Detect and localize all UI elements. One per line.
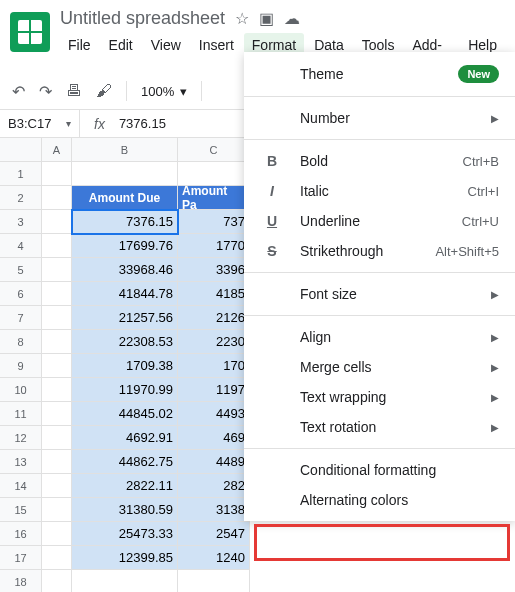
- cell[interactable]: 1770: [178, 234, 250, 258]
- row-header[interactable]: 7: [0, 306, 42, 330]
- cell[interactable]: 3138: [178, 498, 250, 522]
- redo-icon[interactable]: ↷: [39, 82, 52, 101]
- row-header[interactable]: 17: [0, 546, 42, 570]
- paint-format-icon[interactable]: 🖌: [96, 82, 112, 100]
- cell[interactable]: [42, 546, 72, 570]
- cell[interactable]: [42, 282, 72, 306]
- cell[interactable]: [42, 570, 72, 592]
- menu-fontsize[interactable]: .Font size▶: [244, 279, 515, 309]
- menu-align[interactable]: .Align▶: [244, 322, 515, 352]
- cell[interactable]: 21257.56: [72, 306, 178, 330]
- cell[interactable]: 737: [178, 210, 250, 234]
- cell[interactable]: 2822.11: [72, 474, 178, 498]
- cell[interactable]: 44862.75: [72, 450, 178, 474]
- zoom-selector[interactable]: 100% ▾: [141, 84, 187, 99]
- col-header[interactable]: B: [72, 138, 178, 162]
- cell[interactable]: [42, 162, 72, 186]
- cell[interactable]: 12399.85: [72, 546, 178, 570]
- cell[interactable]: 1240: [178, 546, 250, 570]
- menu-view[interactable]: View: [143, 33, 189, 73]
- cell[interactable]: [42, 210, 72, 234]
- menu-conditional-formatting[interactable]: .Conditional formatting: [244, 455, 515, 485]
- move-icon[interactable]: ▣: [259, 9, 274, 28]
- menu-strikethrough[interactable]: SStrikethroughAlt+Shift+5: [244, 236, 515, 266]
- row-header[interactable]: 12: [0, 426, 42, 450]
- cell[interactable]: 3396: [178, 258, 250, 282]
- row-header[interactable]: 4: [0, 234, 42, 258]
- cell[interactable]: [42, 354, 72, 378]
- cell[interactable]: 1197: [178, 378, 250, 402]
- cell[interactable]: 2126: [178, 306, 250, 330]
- cell[interactable]: 17699.76: [72, 234, 178, 258]
- undo-icon[interactable]: ↶: [12, 82, 25, 101]
- row-header[interactable]: 2: [0, 186, 42, 210]
- cell[interactable]: [42, 330, 72, 354]
- menu-underline[interactable]: UUnderlineCtrl+U: [244, 206, 515, 236]
- cell[interactable]: 4493: [178, 402, 250, 426]
- cell[interactable]: [42, 306, 72, 330]
- cell[interactable]: [42, 474, 72, 498]
- cell[interactable]: 2230: [178, 330, 250, 354]
- cell[interactable]: [42, 498, 72, 522]
- cell[interactable]: [42, 426, 72, 450]
- col-header[interactable]: C: [178, 138, 250, 162]
- cell[interactable]: [178, 570, 250, 592]
- cell[interactable]: [72, 162, 178, 186]
- menu-number[interactable]: .Number▶: [244, 103, 515, 133]
- name-box[interactable]: B3:C17▾: [0, 110, 80, 137]
- cell[interactable]: 170: [178, 354, 250, 378]
- table-header[interactable]: Amount Pa: [178, 186, 250, 210]
- menu-wrap[interactable]: .Text wrapping▶: [244, 382, 515, 412]
- cell[interactable]: 4692.91: [72, 426, 178, 450]
- menu-edit[interactable]: Edit: [101, 33, 141, 73]
- row-header[interactable]: 8: [0, 330, 42, 354]
- cell[interactable]: 25473.33: [72, 522, 178, 546]
- cell[interactable]: 469: [178, 426, 250, 450]
- cell[interactable]: 4489: [178, 450, 250, 474]
- cell[interactable]: [42, 378, 72, 402]
- menu-theme[interactable]: .ThemeNew: [244, 58, 515, 90]
- cell[interactable]: [42, 258, 72, 282]
- row-header[interactable]: 13: [0, 450, 42, 474]
- doc-title[interactable]: Untitled spreadsheet: [60, 8, 225, 29]
- row-header[interactable]: 3: [0, 210, 42, 234]
- cell[interactable]: [178, 162, 250, 186]
- menu-insert[interactable]: Insert: [191, 33, 242, 73]
- cell[interactable]: 1709.38: [72, 354, 178, 378]
- table-header[interactable]: Amount Due: [72, 186, 178, 210]
- cell[interactable]: [42, 522, 72, 546]
- row-header[interactable]: 18: [0, 570, 42, 592]
- cell[interactable]: 11970.99: [72, 378, 178, 402]
- row-header[interactable]: 15: [0, 498, 42, 522]
- menu-rotate[interactable]: .Text rotation▶: [244, 412, 515, 442]
- col-header[interactable]: A: [42, 138, 72, 162]
- row-header[interactable]: 14: [0, 474, 42, 498]
- cell[interactable]: 22308.53: [72, 330, 178, 354]
- row-header[interactable]: 6: [0, 282, 42, 306]
- row-header[interactable]: 9: [0, 354, 42, 378]
- cell[interactable]: 41844.78: [72, 282, 178, 306]
- print-icon[interactable]: 🖶: [66, 82, 82, 100]
- row-header[interactable]: 10: [0, 378, 42, 402]
- cell[interactable]: 7376.15: [72, 210, 178, 234]
- row-header[interactable]: 16: [0, 522, 42, 546]
- cell[interactable]: 33968.46: [72, 258, 178, 282]
- cell[interactable]: [42, 402, 72, 426]
- row-header[interactable]: 1: [0, 162, 42, 186]
- cell[interactable]: 282: [178, 474, 250, 498]
- star-icon[interactable]: ☆: [235, 9, 249, 28]
- formula-input[interactable]: 7376.15: [119, 116, 166, 131]
- cell[interactable]: [42, 186, 72, 210]
- menu-italic[interactable]: IItalicCtrl+I: [244, 176, 515, 206]
- cell[interactable]: 44845.02: [72, 402, 178, 426]
- cell[interactable]: [72, 570, 178, 592]
- cell[interactable]: 2547: [178, 522, 250, 546]
- row-header[interactable]: 5: [0, 258, 42, 282]
- menu-alternating-colors[interactable]: .Alternating colors: [244, 485, 515, 515]
- cell[interactable]: [42, 450, 72, 474]
- cloud-icon[interactable]: ☁: [284, 9, 300, 28]
- cell[interactable]: 31380.59: [72, 498, 178, 522]
- row-header[interactable]: 11: [0, 402, 42, 426]
- menu-merge[interactable]: .Merge cells▶: [244, 352, 515, 382]
- cell[interactable]: 4185: [178, 282, 250, 306]
